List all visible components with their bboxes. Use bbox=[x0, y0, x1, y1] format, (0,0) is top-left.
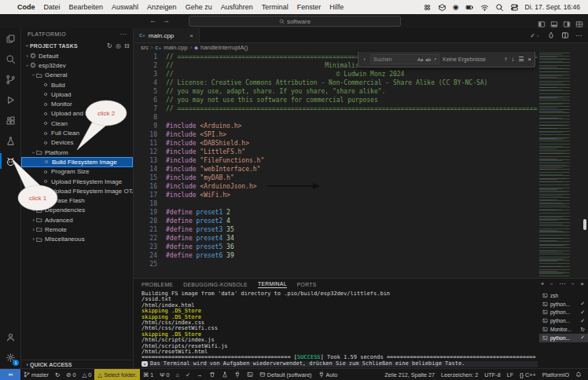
terminal-session-python[interactable]: python...✓ bbox=[539, 334, 588, 342]
tree-item-default[interactable]: ›Default bbox=[21, 51, 133, 60]
control-center-icon[interactable] bbox=[510, 2, 519, 11]
menu-item-code[interactable]: Code bbox=[17, 3, 35, 11]
status-pio-monitor[interactable] bbox=[231, 369, 244, 380]
status-eol[interactable]: LF bbox=[504, 369, 516, 380]
menu-item-terminal[interactable]: Terminal bbox=[262, 3, 288, 11]
collapse-all-icon[interactable]: ⊟ bbox=[124, 42, 130, 49]
tree-item-upload-filesystem-image-ota[interactable]: Upload Filesystem Image OTA bbox=[21, 186, 133, 195]
close-icon[interactable]: × bbox=[189, 32, 193, 39]
tree-item-erase-flash[interactable]: Erase Flash bbox=[21, 195, 133, 205]
platformio-icon[interactable] bbox=[0, 151, 20, 171]
menu-item-hilfe[interactable]: Hilfe bbox=[329, 3, 344, 11]
tree-item-miscellaneous[interactable]: ›Miscellaneous bbox=[21, 235, 133, 244]
close-icon[interactable]: × bbox=[527, 56, 531, 63]
split-editor-icon[interactable] bbox=[561, 31, 569, 39]
prev-match-icon[interactable]: ↑ bbox=[504, 56, 507, 63]
regex-icon[interactable]: .* bbox=[433, 57, 436, 62]
terminal-output[interactable]: Building FS image from 'data' directory … bbox=[141, 291, 538, 369]
tree-item-dependencies[interactable]: ›Dependencies bbox=[21, 206, 133, 215]
testing-icon[interactable] bbox=[0, 130, 20, 151]
terminal-session-zsh[interactable]: zsh bbox=[539, 291, 588, 300]
terminal-session-python[interactable]: python...✓ bbox=[539, 300, 588, 309]
account-icon[interactable] bbox=[0, 327, 20, 347]
menu-item-ausführen[interactable]: Ausführen bbox=[221, 3, 253, 11]
tree-item-devices[interactable]: Devices bbox=[21, 138, 133, 148]
status-pio-env[interactable]: Default (software) bbox=[256, 369, 315, 380]
tree-item-upload[interactable]: Upload bbox=[21, 90, 133, 99]
status-git-branch[interactable]: master bbox=[20, 369, 52, 380]
group-icon[interactable]: ◎ bbox=[116, 42, 121, 49]
menu-item-fenster[interactable]: Fenster bbox=[297, 3, 322, 11]
run-debug-icon[interactable] bbox=[0, 90, 20, 110]
tree-item-platform[interactable]: ›Platform bbox=[21, 148, 133, 157]
close-panel-icon[interactable]: × bbox=[580, 280, 584, 287]
minimap[interactable] bbox=[539, 53, 582, 279]
tree-item-remote[interactable]: ›Remote bbox=[21, 225, 133, 234]
find-toggle-icon[interactable]: › bbox=[362, 56, 367, 63]
status-errors[interactable]: ⊘0 bbox=[63, 369, 79, 380]
source-control-icon[interactable] bbox=[0, 69, 20, 90]
whole-word-icon[interactable]: ab bbox=[425, 57, 431, 62]
status-cursor-position[interactable]: Zeile 212, Spalte 27 bbox=[381, 369, 438, 380]
status-warnings[interactable]: △0 bbox=[79, 369, 95, 380]
status-notifications[interactable] bbox=[572, 369, 585, 380]
record-icon[interactable]: ◉ bbox=[453, 3, 459, 11]
run-build-icon[interactable]: ✓› bbox=[530, 32, 541, 39]
find-input[interactable]: Suchen Aa ab .* bbox=[370, 54, 439, 64]
maximize-panel-icon[interactable]: › bbox=[569, 281, 576, 287]
refresh-icon[interactable]: ↻ bbox=[107, 42, 112, 49]
new-terminal-icon[interactable]: + bbox=[541, 280, 545, 287]
app-knot-icon[interactable] bbox=[423, 2, 432, 11]
terminal-session-python[interactable]: python...✓ bbox=[539, 316, 588, 325]
project-tasks-header[interactable]: › PROJECT TASKS ↻ ◎ ⊟ bbox=[21, 40, 133, 51]
debug-drop-icon[interactable] bbox=[547, 31, 555, 39]
tree-item-advanced[interactable]: ›Advanced bbox=[21, 215, 133, 225]
tree-item-program-size[interactable]: Program Size bbox=[21, 167, 133, 177]
tree-item-general[interactable]: ›General bbox=[21, 71, 133, 80]
more-actions-icon[interactable]: ⋯ bbox=[575, 32, 582, 39]
tree-item-clean[interactable]: Clean bbox=[21, 119, 133, 128]
status-pio-upload[interactable]: → bbox=[193, 369, 206, 380]
find-in-selection-icon[interactable]: ☰ bbox=[518, 56, 524, 63]
match-case-icon[interactable]: Aa bbox=[417, 57, 423, 62]
menu-item-anzeigen[interactable]: Anzeigen bbox=[147, 3, 177, 11]
status-cmd-count[interactable]: ⌘1 bbox=[140, 369, 157, 380]
tree-item-monitor[interactable]: Monitor bbox=[21, 99, 133, 108]
status-select-folder[interactable]: △Select folder. bbox=[94, 369, 139, 380]
menu-item-bearbeiten[interactable]: Bearbeiten bbox=[69, 3, 104, 11]
tree-item-build[interactable]: Build bbox=[21, 80, 133, 90]
tree-item-build-filesystem-image[interactable]: Build Filesystem Image bbox=[21, 157, 133, 166]
code-editor[interactable]: 1// ====================================… bbox=[134, 53, 538, 279]
search-icon[interactable] bbox=[0, 49, 20, 69]
panel-tab-probleme[interactable]: PROBLEME bbox=[141, 282, 173, 287]
dropbox-icon[interactable] bbox=[438, 2, 447, 11]
status-indentation[interactable]: Leerzeichen: 2 bbox=[438, 369, 481, 380]
status-remote-indicator[interactable]: >< bbox=[0, 369, 20, 380]
menu-item-gehe-zu[interactable]: Gehe zu bbox=[186, 3, 212, 11]
menubar-clock[interactable]: Di. 17. Sept. 16:46 bbox=[525, 3, 580, 11]
tab-main-cpp[interactable]: C+ main.cpp × bbox=[134, 28, 200, 42]
status-pio-clean[interactable] bbox=[206, 369, 219, 380]
next-match-icon[interactable]: ↓ bbox=[511, 56, 514, 63]
status-pio-terminal[interactable] bbox=[244, 369, 256, 380]
status-encoding[interactable]: UTF-8 bbox=[481, 369, 503, 380]
terminal-session-Monitor[interactable]: Monitor...↻ bbox=[539, 325, 588, 334]
launch-profile-icon[interactable]: › bbox=[548, 281, 555, 287]
terminal-session-python[interactable]: python...✓ bbox=[539, 309, 588, 317]
tree-item-full-clean[interactable]: Full Clean bbox=[21, 128, 133, 137]
more-actions-icon[interactable]: ⋯ bbox=[120, 31, 127, 38]
command-center-search[interactable]: software bbox=[189, 16, 401, 27]
panel-tab-debugging-konsole[interactable]: DEBUGGING-KONSOLE bbox=[183, 282, 248, 287]
menu-item-datei[interactable]: Datei bbox=[44, 3, 61, 11]
status-platformio-status[interactable]: PlatformIO bbox=[539, 369, 572, 380]
settings-gear-icon[interactable]: 1 bbox=[0, 347, 20, 367]
editor-scrollbar[interactable] bbox=[582, 53, 588, 279]
status-serial-port[interactable]: Auto bbox=[315, 369, 341, 380]
tree-item-upload-and-monitor[interactable]: Upload and Monitor bbox=[21, 109, 133, 119]
more-actions-icon[interactable]: ⋯ bbox=[559, 280, 565, 287]
panel-tab-ports[interactable]: PORTS bbox=[297, 282, 317, 287]
menu-item-auswahl[interactable]: Auswahl bbox=[112, 3, 138, 11]
status-pio-test[interactable] bbox=[219, 369, 231, 380]
extensions-icon[interactable] bbox=[0, 110, 20, 130]
status-pio-build[interactable]: ✓ bbox=[182, 369, 193, 380]
